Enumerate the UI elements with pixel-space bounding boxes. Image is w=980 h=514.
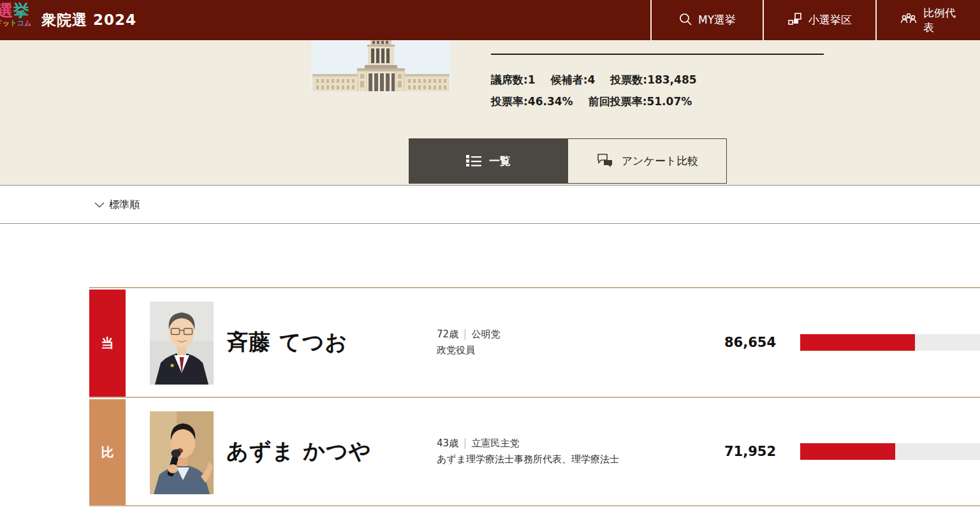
seats-label: 議席数: (491, 73, 528, 86)
district-stats: 議席数:1 候補者:4 投票数:183,485 投票率:46.34% 前回投票率… (491, 54, 824, 112)
nav-label: MY選挙 (698, 13, 736, 27)
view-tabs: 一覧 アンケート比較 (409, 138, 727, 184)
candidate-age: 72歳 (437, 328, 458, 340)
site-logo-line1: 選挙 (0, 3, 36, 19)
stats-line-2: 投票率:46.34% 前回投票率:51.07% (491, 91, 824, 112)
stats-line-1: 議席数:1 候補者:4 投票数:183,485 (491, 69, 824, 91)
candidate-photo[interactable] (150, 302, 214, 385)
header-nav: MY選挙 小選挙区 (650, 0, 980, 40)
site-logo-line2: ドットコム (0, 19, 36, 27)
seats-value: 1 (528, 73, 536, 86)
chevron-down-icon (94, 198, 105, 210)
tab-survey-comparison[interactable]: アンケート比較 (567, 139, 726, 183)
candidate-row-saito[interactable]: 当 斉藤 てつお (89, 287, 980, 397)
result-badge-proportional: 比 (89, 399, 126, 505)
vote-count: 71,952 (657, 444, 776, 459)
sort-selected-label: 標準順 (109, 198, 140, 211)
prev-turnout-value: 51.07% (647, 95, 692, 108)
tab-label: アンケート比較 (622, 154, 699, 168)
vote-bar-track (800, 334, 980, 351)
sort-dropdown[interactable]: 標準順 (94, 198, 140, 211)
list-icon (466, 154, 481, 169)
sort-bar: 標準順 (0, 185, 980, 224)
search-icon (678, 12, 692, 29)
candidate-party: 立憲民主党 (472, 437, 520, 449)
district-summary-section: 議席数:1 候補者:4 投票数:183,485 投票率:46.34% 前回投票率… (0, 40, 980, 185)
district-map-icon (787, 11, 803, 29)
candidate-age: 43歳 (437, 437, 458, 449)
vote-bar-track (800, 443, 980, 460)
vote-bar-fill (800, 443, 895, 460)
candidate-photo[interactable] (150, 411, 214, 494)
nav-label: 小選挙区 (808, 13, 852, 27)
candidate-name[interactable]: 斉藤 てつお (226, 328, 347, 357)
tab-list[interactable]: 一覧 (409, 139, 567, 183)
speech-bubbles-icon (596, 152, 614, 170)
turnout-label: 投票率: (491, 95, 528, 108)
nav-my-senkyo[interactable]: MY選挙 (650, 0, 763, 40)
candidate-list: 当 斉藤 てつお (89, 287, 980, 506)
meta-separator: │ (458, 329, 471, 339)
header: 選挙 ドットコム 衆院選 2024 MY選挙 (0, 0, 980, 40)
tab-label: 一覧 (489, 154, 511, 168)
candidate-meta: 43歳│立憲民主党 あずま理学療法士事務所代表、理学療法士 (437, 436, 619, 467)
candidate-party: 公明党 (472, 328, 501, 340)
candidate-age-party: 72歳│公明党 (437, 327, 501, 342)
prev-turnout-label: 前回投票率: (589, 95, 647, 108)
nav-label: 比例代表 (923, 6, 961, 35)
diet-building-illustration (311, 40, 451, 91)
candidate-meta: 72歳│公明党 政党役員 (437, 327, 501, 358)
vote-count: 86,654 (657, 335, 776, 350)
candidate-profile: あずま理学療法士事務所代表、理学療法士 (437, 452, 619, 467)
nav-shousenkyoku[interactable]: 小選挙区 (763, 0, 875, 40)
page: 選挙 ドットコム 衆院選 2024 MY選挙 (0, 0, 980, 514)
candidate-profile: 政党役員 (437, 342, 501, 358)
candidates-label: 候補者: (551, 73, 588, 86)
people-group-icon (900, 12, 918, 29)
result-badge-elected: 当 (89, 290, 126, 397)
turnout-value: 46.34% (528, 95, 573, 108)
candidate-age-party: 43歳│立憲民主党 (437, 436, 619, 452)
votes-cast-value: 183,485 (647, 73, 696, 86)
vote-bar-fill (800, 334, 915, 351)
meta-separator: │ (458, 438, 471, 448)
page-title: 衆院選 2024 (41, 0, 136, 40)
candidates-value: 4 (587, 73, 595, 86)
site-logo[interactable]: 選挙 ドットコム (0, 3, 36, 27)
candidate-name[interactable]: あずま かつや (226, 437, 372, 466)
votes-cast-label: 投票数: (610, 73, 647, 86)
candidate-row-azuma[interactable]: 比 あずま (89, 397, 980, 506)
nav-hirei-daihyou[interactable]: 比例代表 (875, 0, 980, 40)
